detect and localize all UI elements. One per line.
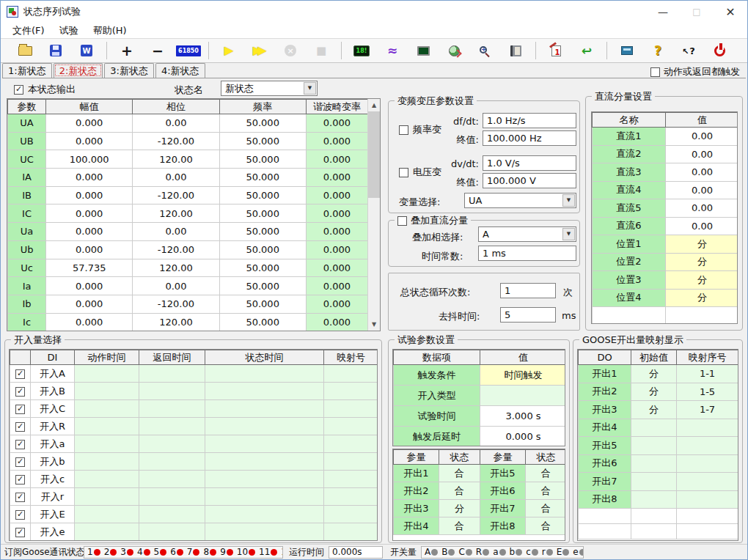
maximize-button[interactable]: □ [680,1,714,23]
dc-value-cell[interactable]: 分 [666,235,738,254]
trigger-on-act-or-return[interactable]: 动作或返回都触发 [650,65,740,78]
thd-cell[interactable]: 0.000 [306,186,367,205]
test-param-value-cell[interactable]: 3.000 s [480,406,566,427]
test-param-value-cell[interactable] [480,386,566,406]
state-output-checkbox[interactable] [14,85,23,95]
harmonic-setup-button[interactable]: ≈ [377,40,408,61]
di-checkbox[interactable] [15,528,25,537]
di-checkbox[interactable] [15,422,25,432]
do-state-cell[interactable]: 合 [526,482,566,500]
open-file-button[interactable] [10,40,40,61]
thd-cell[interactable]: 0.000 [306,259,367,277]
minimize-button[interactable]: — [646,1,680,23]
device-panel-button[interactable] [612,40,642,61]
dc-phase-dropdown[interactable]: A ▼ [478,226,576,242]
amplitude-cell[interactable]: 0.000 [46,223,133,241]
dc-value-cell[interactable]: 0.00 [666,163,738,182]
thd-cell[interactable]: 0.000 [306,240,367,259]
edit-mapping-button[interactable]: 1 [540,40,571,61]
stop-test-button[interactable]: ■ [306,40,337,61]
frequency-cell[interactable]: 50.000 [219,223,306,241]
volt-change-checkbox[interactable] [399,168,408,177]
export-word-report-button[interactable]: W [71,40,102,61]
frequency-cell[interactable]: 50.000 [219,277,306,295]
di-checkbox-cell[interactable] [10,418,31,435]
vector-monitor-button[interactable] [408,40,439,61]
scroll-down-icon[interactable]: ▼ [368,318,380,331]
phase-cell[interactable]: 0.00 [133,114,219,133]
phase-cell[interactable]: -120.00 [133,240,219,259]
volt-final-input[interactable] [483,173,576,188]
tab-state-3[interactable]: 3:新状态 [104,63,154,78]
thd-cell[interactable]: 0.000 [306,205,367,223]
freq-change-option[interactable]: 频率变 [399,123,441,136]
tab-state-2[interactable]: 2:新状态 [54,63,103,78]
amplitude-cell[interactable]: 0.000 [46,240,133,259]
amplitude-cell[interactable]: 0.000 [46,114,133,133]
network-publish-button[interactable] [439,40,469,61]
di-checkbox-cell[interactable] [10,435,31,453]
di-checkbox[interactable] [15,457,25,467]
close-button[interactable]: ✕ [714,1,747,23]
dc-value-cell[interactable]: 0.00 [666,181,738,199]
freq-change-checkbox[interactable] [399,125,408,135]
test-param-value-cell[interactable]: 0.000 s [480,427,566,447]
parameter-table-scrollbar[interactable]: ▲ ▼ [367,99,380,331]
di-checkbox-cell[interactable] [10,365,31,383]
frequency-cell[interactable]: 50.000 [219,240,306,259]
help-button[interactable]: ? [642,40,673,61]
phase-cell[interactable]: -120.00 [133,132,219,150]
do-state-cell[interactable]: 合 [526,500,566,517]
save-file-button[interactable] [40,40,71,61]
dc-offset-option[interactable]: 叠加直流分量 [395,214,471,227]
frequency-cell[interactable]: 50.000 [219,114,306,133]
dc-value-cell[interactable]: 分 [666,289,738,307]
do-state-cell[interactable]: 分 [439,500,480,517]
frequency-cell[interactable]: 50.000 [219,313,306,331]
thd-cell[interactable]: 0.000 [306,277,367,295]
di-checkbox-cell[interactable] [10,471,31,488]
exit-app-button[interactable] [704,40,735,61]
chevron-down-icon[interactable]: ▼ [562,228,575,240]
menu-help[interactable]: 帮助(H) [86,23,134,38]
amplitude-cell[interactable]: 100.000 [46,150,133,169]
scrollbar-thumb[interactable] [368,111,380,198]
amplitude-cell[interactable]: 0.000 [46,313,133,331]
test-report-button[interactable] [500,40,531,61]
do-state-cell[interactable]: 合 [439,465,480,482]
do-state-cell[interactable]: 合 [439,517,480,535]
thd-cell[interactable]: 0.000 [306,169,367,187]
debounce-input[interactable] [500,307,556,323]
dfdt-input[interactable] [483,113,576,128]
run-all-states-button[interactable]: ▶▶ [244,40,275,61]
amplitude-cell[interactable]: 0.000 [46,277,133,295]
menu-test[interactable]: 试验 [52,23,86,38]
dc-value-cell[interactable]: 0.00 [666,217,738,235]
undo-button[interactable]: ↩ [571,40,602,61]
di-checkbox-cell[interactable] [10,506,31,523]
state-name-dropdown[interactable]: 新状态 ▼ [221,81,318,96]
menu-file[interactable]: 文件(F) [5,23,52,38]
run-test-button[interactable]: ▶ [213,40,244,61]
di-checkbox[interactable] [15,440,25,449]
phase-cell[interactable]: 120.00 [133,150,219,169]
scroll-up-icon[interactable]: ▲ [368,99,380,111]
test-param-value-cell[interactable]: 时间触发 [480,365,566,386]
amplitude-cell[interactable]: 0.000 [46,132,133,150]
dc-value-cell[interactable]: 0.00 [666,199,738,218]
thd-cell[interactable]: 0.000 [306,132,367,150]
di-checkbox-cell[interactable] [10,453,31,471]
phase-cell[interactable]: 0.00 [133,223,219,241]
di-checkbox[interactable] [15,475,25,485]
do-state-cell[interactable]: 合 [439,482,480,500]
frequency-cell[interactable]: 50.000 [219,150,306,169]
cancel-test-button[interactable]: × [275,40,306,61]
frequency-cell[interactable]: 50.000 [219,259,306,277]
di-checkbox[interactable] [15,510,25,520]
amplitude-cell[interactable]: 0.000 [46,205,133,223]
di-checkbox-cell[interactable] [10,400,31,418]
frequency-cell[interactable]: 50.000 [219,205,306,223]
tab-state-1[interactable]: 1:新状态 [2,63,52,78]
dc-offset-checkbox[interactable] [397,216,407,226]
loop-count-input[interactable] [500,283,556,298]
